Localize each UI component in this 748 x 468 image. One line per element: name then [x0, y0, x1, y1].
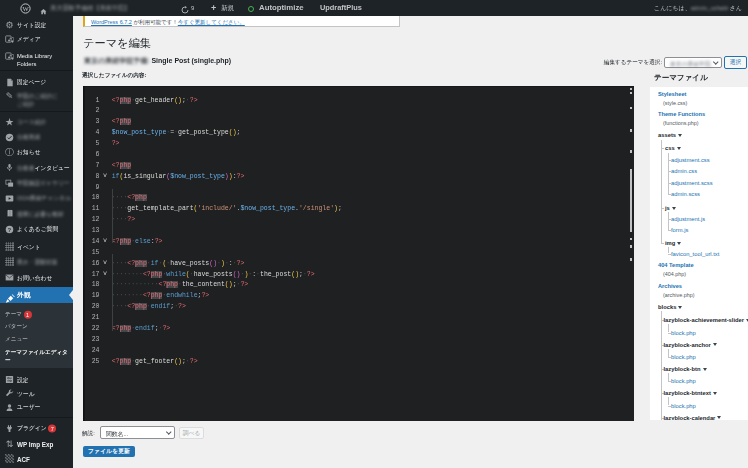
svg-text:W: W	[22, 4, 29, 11]
svg-text:?: ?	[8, 226, 11, 232]
